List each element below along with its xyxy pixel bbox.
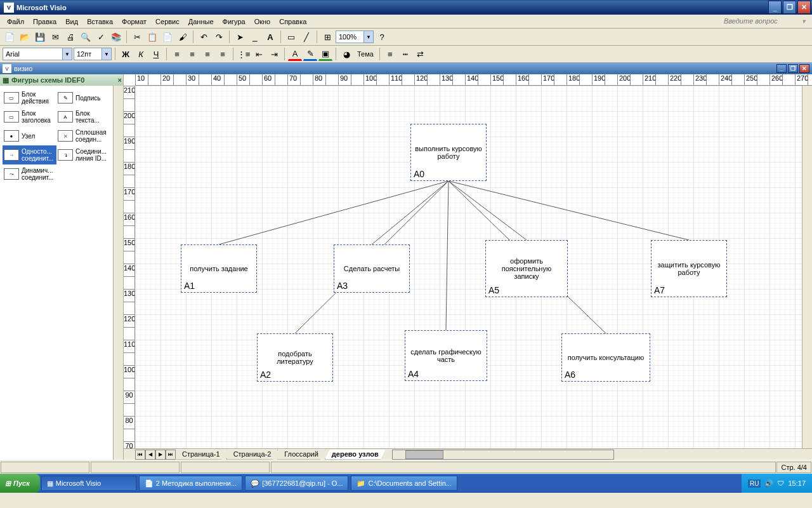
menu-file[interactable]: Файл xyxy=(3,16,29,27)
menu-insert[interactable]: Вставка xyxy=(82,16,117,27)
taskbar-task[interactable]: 📁C:\Documents and Settin... xyxy=(351,476,457,491)
shapes-window-button[interactable]: ⊞ xyxy=(320,30,334,44)
shape-stencil-item[interactable]: ⤫Сплошная соедин... xyxy=(56,126,110,145)
canvas-scrollbar-v[interactable] xyxy=(802,86,812,448)
shapes-panel-close[interactable]: × xyxy=(118,76,122,84)
page-tab[interactable]: Глоссарий xyxy=(277,450,325,460)
menu-window[interactable]: Окно xyxy=(250,16,275,27)
shape-stencil-item[interactable]: →Односто... соединит... xyxy=(3,145,56,164)
help-button[interactable]: ? xyxy=(375,30,389,44)
align-center-button[interactable]: ≡ xyxy=(185,47,199,61)
tray-icon[interactable]: 🛡 xyxy=(777,479,784,487)
menu-help[interactable]: Справка xyxy=(275,16,311,27)
diagram-box-a4[interactable]: сделать графическую частьA4 xyxy=(405,330,487,381)
doc-close-button[interactable]: ✕ xyxy=(799,64,809,73)
menu-data[interactable]: Данные xyxy=(184,16,218,27)
shape-stencil-item[interactable]: AБлок текста... xyxy=(56,107,110,126)
page-last-button[interactable]: ⏭ xyxy=(166,450,176,460)
theme-button[interactable]: ◕ xyxy=(339,47,353,61)
line-color-button[interactable]: ✎ xyxy=(303,47,317,61)
connector-line[interactable] xyxy=(219,181,449,244)
page-next-button[interactable]: ▶ xyxy=(155,450,166,460)
indent-increase-button[interactable]: ⇥ xyxy=(267,47,281,61)
align-right-button[interactable]: ≡ xyxy=(200,47,214,61)
spelling-button[interactable]: ✓ xyxy=(94,30,108,44)
shape-stencil-item[interactable]: ⤳Динамич... соединит... xyxy=(3,164,56,184)
taskbar-task[interactable]: ▦Microsoft Visio xyxy=(41,476,136,491)
connector-tool[interactable]: ⎯ xyxy=(248,30,262,44)
font-combo[interactable]: Arial▼ xyxy=(3,48,72,60)
page-tab[interactable]: Страница-1 xyxy=(175,450,227,460)
page-tab[interactable]: дерево узлов xyxy=(325,450,386,460)
diagram-box-a1[interactable]: получить заданиеA1 xyxy=(181,244,257,293)
shape-stencil-item[interactable]: ●Узел xyxy=(3,126,56,145)
align-justify-button[interactable]: ≡ xyxy=(216,47,230,61)
text-tool[interactable]: A xyxy=(263,30,277,44)
restore-button[interactable]: ❐ xyxy=(783,1,796,14)
undo-button[interactable]: ↶ xyxy=(197,30,211,44)
line-ends-button[interactable]: ⇄ xyxy=(414,47,428,61)
mail-button[interactable]: ✉ xyxy=(48,30,62,44)
menu-edit[interactable]: Правка xyxy=(29,16,61,27)
diagram-box-a2[interactable]: подобрать литературуA2 xyxy=(257,333,333,382)
diagram-box-a3[interactable]: Сделать расчетыA3 xyxy=(334,244,410,293)
menu-shape[interactable]: Фигура xyxy=(218,16,250,27)
underline-button[interactable]: Ч xyxy=(149,47,163,61)
shape-stencil-item[interactable]: ↴Соедини... линия ID... xyxy=(56,145,110,164)
tray-icon[interactable]: 🔊 xyxy=(764,479,773,488)
print-preview-button[interactable]: 🔍 xyxy=(79,30,93,44)
help-ask-input[interactable] xyxy=(724,17,800,25)
pointer-tool[interactable]: ➤ xyxy=(233,30,247,44)
research-button[interactable]: 📚 xyxy=(109,30,123,44)
doc-maximize-button[interactable]: ❐ xyxy=(788,64,798,73)
indent-decrease-button[interactable]: ⇤ xyxy=(252,47,266,61)
shape-stencil-item[interactable]: ▭Блок заголовка xyxy=(3,107,56,126)
line-pattern-button[interactable]: ┅ xyxy=(398,47,412,61)
print-button[interactable]: 🖨 xyxy=(63,30,77,44)
start-button[interactable]: ⊞ Пуск xyxy=(0,474,40,493)
doc-minimize-button[interactable]: _ xyxy=(776,64,787,73)
diagram-box-a7[interactable]: защитить курсовую работуA7 xyxy=(651,240,727,297)
line-tool[interactable]: ╱ xyxy=(299,30,313,44)
bullets-button[interactable]: ⋮≡ xyxy=(237,47,251,61)
cut-button[interactable]: ✂ xyxy=(130,30,144,44)
connector-line[interactable] xyxy=(449,181,527,240)
help-ask-box[interactable]: ▾ xyxy=(724,17,809,25)
connector-line[interactable] xyxy=(449,181,689,240)
page-first-button[interactable]: ⏮ xyxy=(135,450,145,460)
shapes-scrollbar[interactable] xyxy=(113,86,123,460)
diagram-box-a5[interactable]: оформить пояснительную запискуA5 xyxy=(485,240,568,297)
format-painter-button[interactable]: 🖌 xyxy=(176,30,190,44)
shape-stencil-item[interactable]: ✎Подпись xyxy=(56,88,110,107)
open-button[interactable]: 📂 xyxy=(18,30,32,44)
connector-line[interactable] xyxy=(372,181,449,244)
italic-button[interactable]: К xyxy=(134,47,148,61)
page-tab[interactable]: Страница-2 xyxy=(226,450,278,460)
drawing-canvas[interactable]: выполнить курсовую работуA0получить зада… xyxy=(135,86,802,448)
copy-button[interactable]: 📋 xyxy=(145,30,159,44)
menu-format[interactable]: Формат xyxy=(117,16,151,27)
menu-tools[interactable]: Сервис xyxy=(151,16,184,27)
redo-button[interactable]: ↷ xyxy=(212,30,226,44)
taskbar-task[interactable]: 💬[367722681@qip.ru] - О... xyxy=(245,476,348,491)
menu-view[interactable]: Вид xyxy=(61,16,82,27)
paste-button[interactable]: 📄 xyxy=(160,30,174,44)
page-prev-button[interactable]: ◀ xyxy=(145,450,155,460)
save-button[interactable]: 💾 xyxy=(33,30,47,44)
canvas-scrollbar-h[interactable] xyxy=(392,450,614,460)
close-button[interactable]: ✕ xyxy=(797,1,811,14)
minimize-button[interactable]: _ xyxy=(768,1,782,14)
line-weight-button[interactable]: ≡ xyxy=(383,47,397,61)
taskbar-task[interactable]: 📄2 Методика выполнени... xyxy=(139,476,242,491)
new-button[interactable]: 📄 xyxy=(3,30,16,44)
shape-stencil-item[interactable]: ▭Блок действия xyxy=(3,88,56,107)
diagram-box-a6[interactable]: получить консультациюA6 xyxy=(561,333,650,382)
fill-color-button[interactable]: ▣ xyxy=(318,47,332,61)
zoom-combo[interactable]: 100%▼ xyxy=(336,30,374,43)
align-left-button[interactable]: ≡ xyxy=(170,47,184,61)
diagram-box-a0[interactable]: выполнить курсовую работуA0 xyxy=(410,124,487,181)
font-color-button[interactable]: A xyxy=(288,47,302,61)
bold-button[interactable]: Ж xyxy=(119,47,133,61)
connector-line[interactable] xyxy=(446,181,449,330)
font-size-combo[interactable]: 12пт▼ xyxy=(74,48,112,60)
